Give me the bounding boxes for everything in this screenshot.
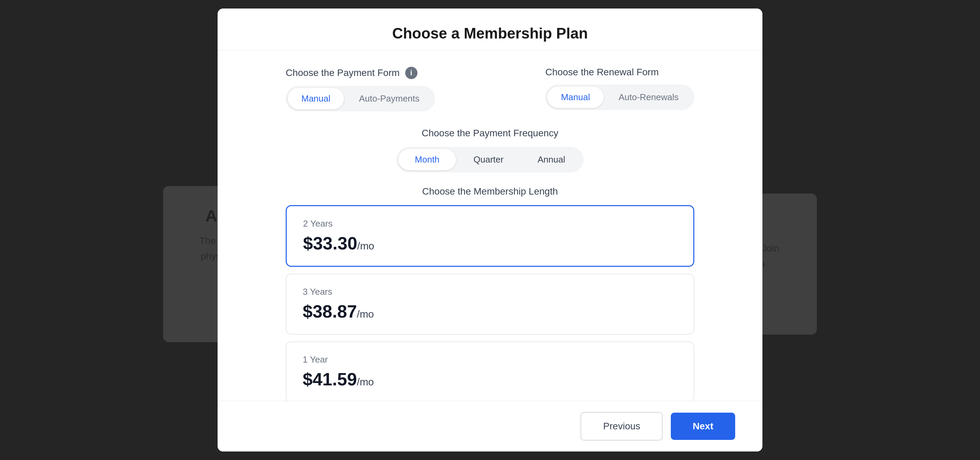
modal-body: Choose the Payment Form i Manual Auto-Pa… [218, 50, 762, 401]
info-icon[interactable]: i [405, 67, 417, 79]
payment-frequency-section: Choose the Payment Frequency Month Quart… [286, 128, 694, 172]
freq-quarter-btn[interactable]: Quarter [457, 149, 520, 170]
renewal-manual-btn[interactable]: Manual [547, 86, 603, 108]
modal-title: Choose a Membership Plan [245, 25, 735, 42]
modal-overlay: Choose a Membership Plan Choose the Paym… [0, 0, 980, 460]
payment-renewal-row: Choose the Payment Form i Manual Auto-Pa… [286, 67, 694, 112]
membership-length-section: Choose the Membership Length 2 Years $33… [286, 186, 694, 401]
plan-duration-2years: 2 Years [303, 219, 677, 229]
membership-length-label: Choose the Membership Length [286, 186, 694, 197]
plan-card-2years[interactable]: 2 Years $33.30/mo [286, 205, 694, 267]
payment-form-label-row: Choose the Payment Form i [286, 67, 417, 79]
freq-annual-btn[interactable]: Annual [521, 149, 582, 170]
renewal-form-toggle: Manual Auto-Renewals [545, 85, 694, 110]
next-button[interactable]: Next [671, 413, 735, 440]
payment-form-group: Choose the Payment Form i Manual Auto-Pa… [286, 67, 435, 112]
plan-price-2years: $33.30/mo [303, 233, 677, 254]
frequency-toggle: Month Quarter Annual [396, 147, 583, 172]
previous-button[interactable]: Previous [581, 412, 663, 441]
plan-card-1year[interactable]: 1 Year $41.59/mo [286, 342, 694, 401]
modal-header: Choose a Membership Plan [218, 8, 762, 50]
plan-duration-1year: 1 Year [303, 355, 677, 365]
modal-footer: Previous Next [218, 401, 762, 452]
plan-price-3years: $38.87/mo [303, 301, 677, 322]
payment-manual-btn[interactable]: Manual [288, 88, 344, 109]
payment-form-toggle: Manual Auto-Payments [286, 86, 435, 112]
payment-form-label: Choose the Payment Form [286, 67, 400, 78]
renewal-form-group: Choose the Renewal Form Manual Auto-Rene… [545, 67, 694, 110]
renewal-form-label: Choose the Renewal Form [545, 67, 659, 78]
freq-month-btn[interactable]: Month [398, 149, 456, 170]
renewal-auto-btn[interactable]: Auto-Renewals [605, 86, 692, 108]
membership-plan-modal: Choose a Membership Plan Choose the Paym… [218, 8, 762, 452]
plan-card-3years[interactable]: 3 Years $38.87/mo [286, 274, 694, 335]
payment-auto-btn[interactable]: Auto-Payments [345, 88, 433, 109]
plan-duration-3years: 3 Years [303, 287, 677, 297]
payment-frequency-label: Choose the Payment Frequency [286, 128, 694, 139]
plan-price-1year: $41.59/mo [303, 369, 677, 390]
